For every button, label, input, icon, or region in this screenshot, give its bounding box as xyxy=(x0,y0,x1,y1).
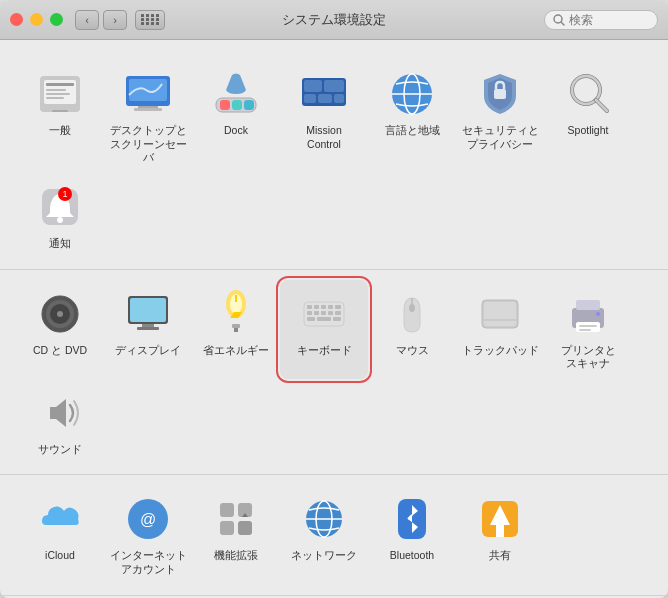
svg-rect-48 xyxy=(307,305,312,309)
svg-rect-41 xyxy=(137,327,159,330)
pref-ippan[interactable]: 一般 xyxy=(16,60,104,173)
pref-icloud[interactable]: iCloud xyxy=(16,485,104,584)
language-icon xyxy=(386,68,438,120)
pref-trackpad[interactable]: トラックパッド xyxy=(456,280,544,379)
pref-sound[interactable]: サウンド xyxy=(16,379,104,465)
search-input[interactable] xyxy=(569,13,649,27)
pref-display[interactable]: ディスプレイ xyxy=(104,280,192,379)
svg-rect-40 xyxy=(142,324,154,327)
pref-cddvd[interactable]: CD と DVD xyxy=(16,280,104,379)
printer-icon xyxy=(562,288,614,340)
pref-printer[interactable]: プリンタとスキャナ xyxy=(544,280,632,379)
svg-rect-45 xyxy=(232,324,240,328)
bluetooth-label: Bluetooth xyxy=(390,549,434,563)
desktop-label: デスクトップとスクリーンセーバ xyxy=(108,124,188,165)
maximize-button[interactable] xyxy=(50,13,63,26)
svg-point-32 xyxy=(57,217,63,223)
search-icon xyxy=(553,14,565,26)
svg-line-30 xyxy=(596,100,607,111)
printer-label: プリンタとスキャナ xyxy=(561,344,616,371)
network-icon xyxy=(298,493,350,545)
spotlight-label: Spotlight xyxy=(568,124,609,138)
pref-mouse[interactable]: マウス xyxy=(368,280,456,379)
display-icon xyxy=(122,288,174,340)
svg-rect-69 xyxy=(579,325,597,327)
section2-grid: CD と DVD ディスプレイ xyxy=(16,280,652,465)
section3-grid: iCloud @ インターネットアカウント xyxy=(16,485,652,584)
pref-sharing[interactable]: 共有 xyxy=(456,485,544,584)
security-label: セキュリティとプライバシー xyxy=(462,124,539,151)
pref-spotlight[interactable]: Spotlight xyxy=(544,60,632,173)
svg-rect-64 xyxy=(484,302,516,326)
svg-rect-26 xyxy=(494,89,506,99)
svg-rect-18 xyxy=(304,80,322,92)
extensions-icon xyxy=(210,493,262,545)
pref-bluetooth[interactable]: Bluetooth xyxy=(368,485,456,584)
window-title: システム環境設定 xyxy=(282,11,386,29)
svg-rect-52 xyxy=(335,305,341,309)
display-label: ディスプレイ xyxy=(115,344,181,358)
svg-rect-12 xyxy=(134,108,162,111)
svg-text:@: @ xyxy=(140,511,156,528)
bluetooth-icon xyxy=(386,493,438,545)
svg-rect-16 xyxy=(244,100,254,110)
dock-icon xyxy=(210,68,262,120)
icloud-icon xyxy=(34,493,86,545)
svg-rect-21 xyxy=(318,94,332,103)
svg-rect-55 xyxy=(321,311,326,315)
pref-language[interactable]: 言語と地域 xyxy=(368,60,456,173)
section1-grid: 一般 デスクトップとスクリーンセーバ xyxy=(16,60,652,259)
desktop-icon xyxy=(122,68,174,120)
mission-icon xyxy=(298,68,350,120)
svg-point-36 xyxy=(57,311,63,317)
network-label: ネットワーク xyxy=(291,549,357,563)
svg-rect-58 xyxy=(307,317,315,321)
section-hardware: CD と DVD ディスプレイ xyxy=(0,270,668,476)
pref-internet[interactable]: @ インターネットアカウント xyxy=(104,485,192,584)
svg-rect-67 xyxy=(576,300,600,310)
pref-desktop[interactable]: デスクトップとスクリーンセーバ xyxy=(104,60,192,173)
notification-badge: 1 xyxy=(58,187,72,201)
forward-button[interactable]: › xyxy=(103,10,127,30)
pref-energy[interactable]: 省エネルギー xyxy=(192,280,280,379)
system-preferences-window: ‹ › システム環境設定 xyxy=(0,0,668,598)
ippan-icon xyxy=(34,68,86,120)
pref-mission[interactable]: MissionControl xyxy=(280,60,368,173)
svg-rect-49 xyxy=(314,305,319,309)
pref-extensions[interactable]: 機能拡張 xyxy=(192,485,280,584)
ippan-label: 一般 xyxy=(49,124,71,138)
svg-point-62 xyxy=(409,304,415,312)
svg-rect-76 xyxy=(220,521,234,535)
keyboard-icon xyxy=(298,288,350,340)
security-icon xyxy=(474,68,526,120)
mouse-label: マウス xyxy=(396,344,429,358)
grid-icon xyxy=(141,14,160,25)
mouse-icon xyxy=(386,288,438,340)
minimize-button[interactable] xyxy=(30,13,43,26)
pref-keyboard[interactable]: キーボード xyxy=(280,280,368,379)
sound-icon xyxy=(34,387,86,439)
svg-rect-39 xyxy=(130,298,166,322)
svg-rect-6 xyxy=(46,93,70,95)
pref-dock[interactable]: Dock xyxy=(192,60,280,173)
svg-rect-19 xyxy=(324,80,344,92)
svg-rect-7 xyxy=(46,97,64,99)
search-box[interactable] xyxy=(544,10,658,30)
section-internet: iCloud @ インターネットアカウント xyxy=(0,475,668,595)
back-button[interactable]: ‹ xyxy=(75,10,99,30)
pref-notification[interactable]: 1 通知 xyxy=(16,173,104,259)
spotlight-icon xyxy=(562,68,614,120)
grid-view-button[interactable] xyxy=(135,10,165,30)
svg-rect-70 xyxy=(579,329,591,331)
notification-label: 通知 xyxy=(49,237,71,251)
pref-security[interactable]: セキュリティとプライバシー xyxy=(456,60,544,173)
window-controls xyxy=(10,13,63,26)
energy-icon xyxy=(210,288,262,340)
extensions-label: 機能拡張 xyxy=(214,549,258,563)
svg-rect-60 xyxy=(333,317,341,321)
pref-network[interactable]: ネットワーク xyxy=(280,485,368,584)
close-button[interactable] xyxy=(10,13,23,26)
keyboard-label: キーボード xyxy=(297,344,352,358)
svg-rect-22 xyxy=(334,94,344,103)
cddvd-label: CD と DVD xyxy=(33,344,87,358)
